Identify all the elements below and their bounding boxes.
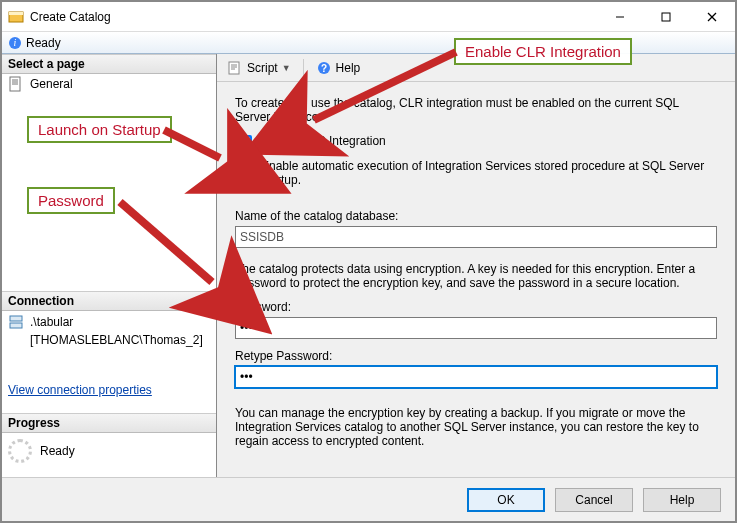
main-content: To create and use the catalog, CLR integ… xyxy=(217,82,735,477)
minimize-button[interactable] xyxy=(597,2,643,32)
intro-text: To create and use the catalog, CLR integ… xyxy=(235,96,717,124)
create-catalog-window: Create Catalog i Ready Select a page Gen… xyxy=(0,0,737,523)
retype-password-input[interactable] xyxy=(235,366,717,388)
status-text: Ready xyxy=(26,36,61,50)
left-panel: Select a page General Connection .\t xyxy=(2,54,217,477)
page-nav: General xyxy=(2,74,216,291)
progress-text: Ready xyxy=(40,444,75,458)
svg-rect-1 xyxy=(9,12,23,15)
enable-clr-label: Enable CLR Integration xyxy=(261,134,386,148)
connection-header: Connection xyxy=(2,291,216,311)
auto-exec-label: Enable automatic execution of Integratio… xyxy=(261,159,717,187)
script-label: Script xyxy=(247,61,278,75)
svg-text:?: ? xyxy=(321,63,327,74)
help-button[interactable]: ? Help xyxy=(312,58,365,78)
cancel-button[interactable]: Cancel xyxy=(555,488,633,512)
enable-clr-checkbox[interactable] xyxy=(239,135,252,148)
ready-bar: i Ready xyxy=(2,32,735,54)
encryption-text: The catalog protects data using encrypti… xyxy=(235,262,717,290)
progress-panel: Ready xyxy=(2,433,216,477)
dropdown-arrow-icon: ▼ xyxy=(282,63,291,73)
help-label: Help xyxy=(336,61,361,75)
svg-rect-12 xyxy=(10,316,22,321)
svg-rect-14 xyxy=(229,62,239,74)
progress-header: Progress xyxy=(2,413,216,433)
connection-server: .\tabular xyxy=(30,313,73,331)
window-buttons xyxy=(597,2,735,32)
dialog-body: Select a page General Connection .\t xyxy=(2,54,735,477)
dbname-label: Name of the catalog database: xyxy=(235,209,717,223)
svg-text:i: i xyxy=(14,37,17,48)
svg-rect-13 xyxy=(10,323,22,328)
content-toolbar: Script ▼ ? Help xyxy=(217,54,735,82)
nav-general-label: General xyxy=(30,77,73,91)
password-input[interactable] xyxy=(235,317,717,339)
view-connection-properties-link[interactable]: View connection properties xyxy=(2,377,158,403)
ok-button[interactable]: OK xyxy=(467,488,545,512)
connection-panel: .\tabular [THOMASLEBLANC\Thomas_2] xyxy=(2,311,216,377)
progress-spinner-icon xyxy=(8,439,32,463)
app-icon xyxy=(8,9,24,25)
titlebar: Create Catalog xyxy=(2,2,735,32)
maximize-button[interactable] xyxy=(643,2,689,32)
right-panel: Script ▼ ? Help To create and use the ca… xyxy=(217,54,735,477)
auto-exec-checkbox[interactable] xyxy=(239,160,252,173)
page-icon xyxy=(8,76,24,92)
dialog-footer: OK Cancel Help xyxy=(2,477,735,521)
retype-password-label: Retype Password: xyxy=(235,349,717,363)
connection-link-panel: View connection properties xyxy=(2,377,216,413)
select-page-header: Select a page xyxy=(2,54,216,74)
password-label: Password: xyxy=(235,300,717,314)
dbname-input[interactable] xyxy=(235,226,717,248)
toolbar-separator xyxy=(303,59,304,77)
help-footer-button[interactable]: Help xyxy=(643,488,721,512)
server-icon xyxy=(8,314,24,330)
window-title: Create Catalog xyxy=(30,10,597,24)
help-icon: ? xyxy=(316,60,332,76)
script-icon xyxy=(227,60,243,76)
script-dropdown[interactable]: Script ▼ xyxy=(223,58,295,78)
connection-user: [THOMASLEBLANC\Thomas_2] xyxy=(8,331,210,349)
svg-rect-3 xyxy=(662,13,670,21)
nav-general[interactable]: General xyxy=(2,74,216,94)
close-button[interactable] xyxy=(689,2,735,32)
backup-text: You can manage the encryption key by cre… xyxy=(235,406,717,448)
info-icon: i xyxy=(8,36,22,50)
